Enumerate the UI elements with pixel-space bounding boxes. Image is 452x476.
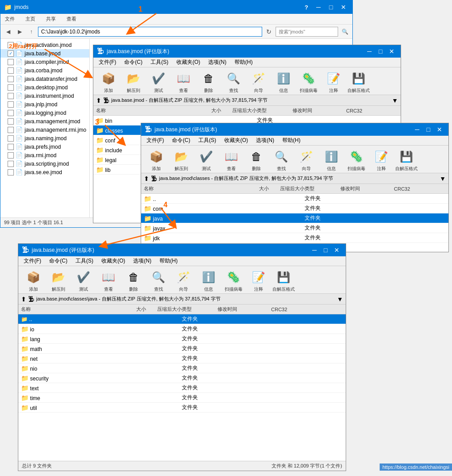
rar1-menu-help[interactable]: 帮助(H) [231, 58, 256, 67]
sidebar-item-corba[interactable]: 📄 java.corba.jmod [0, 66, 89, 75]
rar3-row-text[interactable]: 📁 text 文件夹 [18, 383, 346, 393]
rar3-wizard-btn[interactable]: 🪄 向导 [172, 268, 195, 294]
rar1-menu-cmd[interactable]: 命令(C) [121, 58, 146, 67]
rar3-add-btn[interactable]: 📦 添加 [22, 268, 45, 294]
help-icon[interactable]: ? [301, 2, 311, 12]
refresh-button[interactable]: ↻ [264, 27, 274, 37]
rar1-add-btn[interactable]: 📦 添加 [97, 69, 120, 95]
rar3-scan-btn[interactable]: 🦠 扫描病毒 [222, 268, 245, 294]
rar3-maximize[interactable]: □ [320, 245, 331, 255]
rar3-comment-btn[interactable]: 📝 注释 [247, 268, 270, 294]
rar3-row-net[interactable]: 📁 net 文件夹 [18, 354, 346, 363]
rar1-sfx-btn[interactable]: 💾 自解压格式 [347, 69, 370, 95]
rar2-extract-btn[interactable]: 📂 解压到 [170, 147, 193, 173]
rar1-view-btn[interactable]: 📖 查看 [172, 69, 195, 95]
rar3-minimize[interactable]: ─ [309, 245, 320, 255]
rar2-row-dotdot[interactable]: 📁 .. 文件夹 [141, 194, 448, 204]
sidebar-item-activation[interactable]: 📄 java.activation.jmod [0, 41, 89, 49]
rar3-menu-tools[interactable]: 工具(S) [72, 256, 97, 266]
rar2-find-btn[interactable]: 🔍 查找 [270, 147, 293, 173]
rar2-menu-help[interactable]: 帮助(H) [279, 136, 304, 145]
rar3-row-nio[interactable]: 📁 nio 文件夹 [18, 363, 346, 373]
rar2-row-javax[interactable]: 📁 javax 文件夹 [141, 223, 448, 233]
rar2-menu-file[interactable]: 文件(F) [143, 136, 167, 145]
rar1-menu-file[interactable]: 文件(F) [95, 58, 120, 67]
rar2-del-btn[interactable]: 🗑 删除 [245, 147, 268, 173]
rar3-row-io[interactable]: 📁 io 文件夹 [18, 324, 346, 334]
rar2-view-btn[interactable]: 📖 查看 [220, 147, 243, 173]
rar2-add-btn[interactable]: 📦 添加 [145, 147, 168, 173]
close-button[interactable]: ✕ [338, 3, 349, 12]
rar1-wizard-btn[interactable]: 🪄 向导 [247, 69, 270, 95]
rar2-sfx-btn[interactable]: 💾 自解压格式 [395, 147, 418, 173]
sidebar-item-datatransfer[interactable]: 📄 java.datatransfer.jmod [0, 75, 89, 83]
rar2-row-jdk[interactable]: 📁 jdk 文件夹 [141, 233, 448, 243]
minimize-button[interactable]: ─ [313, 3, 324, 12]
sidebar-item-prefs[interactable]: 📄 java.prefs.jmod [0, 142, 89, 151]
rar2-close[interactable]: ✕ [434, 125, 445, 134]
ribbon-tab-file[interactable]: 文件 [2, 15, 17, 23]
sidebar-item-desktop[interactable]: 📄 java.desktop.jmod [0, 83, 89, 92]
rar2-minimize[interactable]: ─ [412, 125, 423, 134]
rar1-close[interactable]: ✕ [386, 46, 397, 56]
sidebar-item-seee[interactable]: 📄 java.se.ee.jmod [0, 168, 89, 176]
search-icon[interactable]: 🔍 [340, 27, 350, 37]
rar3-menu-file[interactable]: 文件(F) [20, 256, 45, 266]
forward-button[interactable]: ▶ [15, 27, 25, 37]
rar3-info-btn[interactable]: ℹ️ 信息 [197, 268, 220, 294]
rar2-info-btn[interactable]: ℹ️ 信息 [320, 147, 343, 173]
up-button[interactable]: ↑ [26, 27, 36, 37]
rar1-info-btn[interactable]: ℹ️ 信息 [272, 69, 295, 95]
rar3-extract-btn[interactable]: 📂 解压到 [47, 268, 70, 294]
back-button[interactable]: ◀ [3, 27, 13, 37]
rar3-menu-help[interactable]: 帮助(H) [156, 256, 181, 266]
maximize-button[interactable]: □ [326, 3, 336, 12]
rar3-menu-cmd[interactable]: 命令(C) [46, 256, 71, 266]
rar1-menu-opts[interactable]: 选项(N) [205, 58, 230, 67]
search-input[interactable] [276, 27, 338, 37]
rar3-row-math[interactable]: 📁 math 文件夹 [18, 344, 346, 354]
rar3-close[interactable]: ✕ [331, 245, 342, 255]
sidebar-item-logging[interactable]: 📄 java.logging.jmod [0, 109, 89, 117]
rar3-menu-opts[interactable]: 选项(N) [130, 256, 155, 266]
ribbon-tab-home[interactable]: 主页 [23, 15, 38, 23]
rar1-comment-btn[interactable]: 📝 注释 [322, 69, 345, 95]
rar2-test-btn[interactable]: ✔️ 测试 [195, 147, 218, 173]
rar2-maximize[interactable]: □ [423, 125, 434, 134]
rar3-test-btn[interactable]: ✔️ 测试 [72, 268, 95, 294]
ribbon-tab-view[interactable]: 查看 [64, 15, 79, 23]
rar3-view-btn[interactable]: 📖 查看 [97, 268, 120, 294]
sidebar-item-instrument[interactable]: 📄 java.instrument.jmod [0, 92, 89, 100]
rar1-del-btn[interactable]: 🗑 删除 [197, 69, 220, 95]
rar2-menu-opts[interactable]: 选项(N) [252, 136, 278, 145]
rar2-comment-btn[interactable]: 📝 注释 [370, 147, 393, 173]
sidebar-item-compiler[interactable]: 📄 java.compiler.jmod [0, 58, 89, 66]
rar1-test-btn[interactable]: ✔️ 测试 [147, 69, 170, 95]
rar1-minimize[interactable]: ─ [364, 46, 375, 56]
rar1-maximize[interactable]: □ [375, 46, 386, 56]
sidebar-item-management[interactable]: 📄 java.management.jmod [0, 117, 89, 125]
ribbon-tab-share[interactable]: 共享 [43, 15, 59, 23]
rar3-del-btn[interactable]: 🗑 删除 [122, 268, 145, 294]
rar1-menu-tools[interactable]: 工具(S) [147, 58, 172, 67]
rar3-row-dotdot[interactable]: 📁 .. 文件夹 [18, 314, 346, 324]
rar2-row-com[interactable]: 📁 com 文件夹 [141, 204, 448, 213]
sidebar-item-jnlp[interactable]: 📄 java.jnlp.jmod [0, 100, 89, 109]
sidebar-item-base[interactable]: 📄 java.base.jmod [0, 49, 89, 58]
rar1-menu-favs[interactable]: 收藏夹(O) [173, 58, 204, 67]
rar2-menu-cmd[interactable]: 命令(C) [168, 136, 194, 145]
rar1-scan-btn[interactable]: 🦠 扫描病毒 [297, 69, 320, 95]
sidebar-item-scripting[interactable]: 📄 java.scripting.jmod [0, 159, 89, 168]
rar1-extract-btn[interactable]: 📂 解压到 [122, 69, 145, 95]
sidebar-item-naming[interactable]: 📄 java.naming.jmod [0, 134, 89, 142]
sidebar-item-rmi[interactable]: 📄 java.rmi.jmod [0, 151, 89, 159]
rar2-wizard-btn[interactable]: 🪄 向导 [295, 147, 318, 173]
rar3-sfx-btn[interactable]: 💾 自解压格式 [272, 268, 295, 294]
rar3-row-security[interactable]: 📁 security 文件夹 [18, 373, 346, 383]
rar3-row-util[interactable]: 📁 util 文件夹 [18, 403, 346, 413]
rar2-row-java[interactable]: 📁 java 文件夹 [141, 213, 448, 223]
address-input[interactable] [38, 27, 262, 37]
sidebar-item-management-rmi[interactable]: 📄 java.management.rmi.jmo [0, 125, 89, 134]
rar3-row-lang[interactable]: 📁 lang 文件夹 [18, 334, 346, 344]
rar3-find-btn[interactable]: 🔍 查找 [147, 268, 170, 294]
